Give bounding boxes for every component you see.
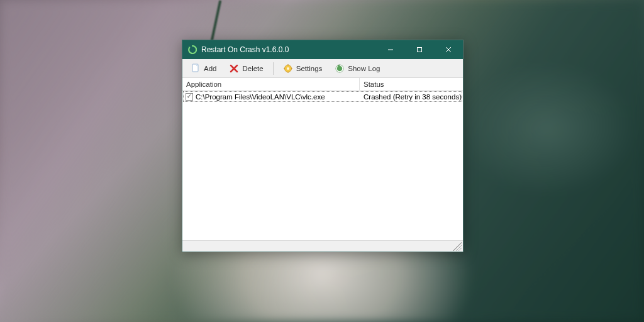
add-icon — [191, 64, 201, 74]
settings-icon — [283, 64, 293, 74]
toolbar: Add Delete — [182, 59, 463, 78]
list-body: ✓ C:\Program Files\VideoLAN\VLC\vlc.exe … — [182, 91, 463, 240]
toolbar-separator — [273, 62, 274, 75]
svg-rect-1 — [418, 48, 422, 52]
minimize-button[interactable] — [376, 40, 405, 59]
column-header-status[interactable]: Status — [360, 78, 463, 90]
row-application-path: C:\Program Files\VideoLAN\VLC\vlc.exe — [196, 93, 325, 101]
app-window: Restart On Crash v1.6.0.0 Add — [182, 40, 464, 252]
add-label: Add — [204, 65, 216, 72]
settings-button[interactable]: Settings — [277, 61, 328, 76]
window-controls — [376, 40, 463, 59]
table-row[interactable]: ✓ C:\Program Files\VideoLAN\VLC\vlc.exe … — [183, 91, 462, 102]
settings-label: Settings — [296, 65, 323, 72]
showlog-label: Show Log — [348, 65, 380, 72]
column-header-application[interactable]: Application — [182, 78, 360, 90]
titlebar[interactable]: Restart On Crash v1.6.0.0 — [182, 40, 463, 59]
delete-label: Delete — [242, 65, 263, 72]
list-header: Application Status — [182, 78, 463, 91]
delete-button[interactable]: Delete — [223, 61, 269, 76]
maximize-button[interactable] — [405, 40, 434, 59]
row-application-cell: ✓ C:\Program Files\VideoLAN\VLC\vlc.exe — [184, 92, 360, 101]
row-checkbox[interactable]: ✓ — [186, 93, 193, 101]
window-title: Restart On Crash v1.6.0.0 — [201, 45, 376, 54]
resize-grip[interactable] — [453, 242, 462, 251]
add-button[interactable]: Add — [185, 61, 222, 76]
row-status-cell: Crashed (Retry in 38 seconds) — [360, 92, 462, 101]
showlog-button[interactable]: Show Log — [329, 61, 386, 76]
showlog-icon — [335, 64, 345, 74]
statusbar — [182, 240, 463, 252]
delete-icon — [229, 64, 239, 74]
close-button[interactable] — [434, 40, 463, 59]
app-icon — [187, 45, 197, 55]
svg-point-8 — [287, 67, 289, 70]
